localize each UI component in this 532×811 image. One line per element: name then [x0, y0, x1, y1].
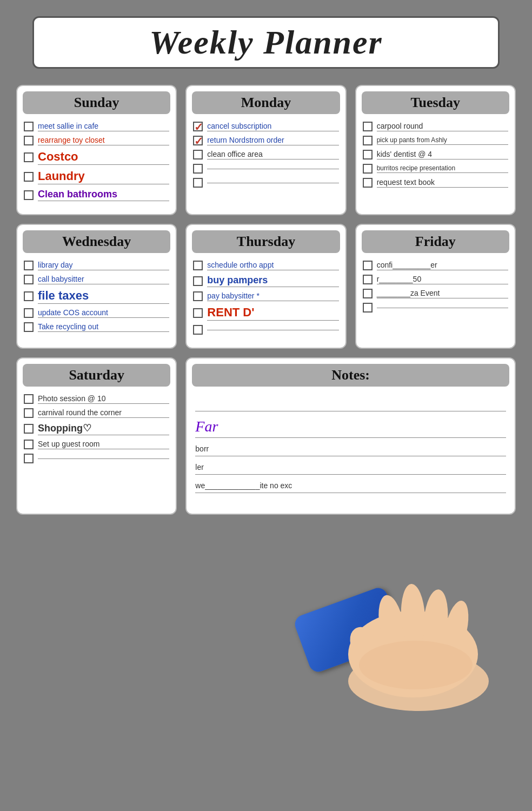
task-text: file taxes [38, 289, 169, 304]
task-checkbox[interactable] [24, 440, 34, 449]
task-checkbox[interactable] [24, 275, 34, 284]
day-header: Saturday [23, 364, 170, 387]
task-checkbox[interactable] [24, 454, 34, 463]
task-checkbox[interactable] [193, 291, 203, 301]
day-header: Wednesday [23, 230, 170, 253]
task-item: buy pampers [193, 275, 338, 287]
task-list: cancel subscriptionreturn Nordstrom orde… [187, 122, 345, 188]
task-item: carnival round the corner [24, 408, 169, 418]
task-item: rearrange toy closet [24, 136, 169, 145]
task-item: meet sallie in cafe [24, 122, 169, 131]
task-checkbox[interactable] [24, 190, 34, 200]
task-item: burritos recipe presentation [363, 164, 508, 174]
notes-line: borr [195, 444, 506, 456]
day-card-sunday: Sundaymeet sallie in caferearrange toy c… [16, 85, 177, 215]
task-text: Costco [38, 150, 169, 165]
task-text: RENT D' [207, 305, 338, 321]
task-checkbox[interactable] [24, 424, 34, 434]
task-text [377, 307, 508, 308]
task-text: rearrange toy closet [38, 136, 169, 145]
task-checkbox[interactable] [24, 136, 34, 145]
task-item [24, 454, 169, 463]
notes-title: Notes: [331, 367, 370, 383]
day-header: Monday [192, 91, 340, 114]
task-text: meet sallie in cafe [38, 122, 169, 131]
task-checkbox[interactable] [24, 291, 34, 301]
task-checkbox[interactable] [24, 322, 34, 332]
task-checkbox[interactable] [193, 261, 203, 270]
task-list: carpool roundpick up pants from Ashlykid… [356, 122, 515, 188]
task-text: cancel subscription [207, 122, 338, 131]
task-item: cancel subscription [193, 122, 338, 131]
task-checkbox[interactable] [363, 261, 373, 270]
task-checkbox[interactable] [363, 178, 373, 188]
task-text: schedule ortho appt [207, 261, 338, 270]
task-item: request text book [363, 178, 508, 188]
task-checkbox[interactable] [193, 276, 203, 286]
task-checkbox[interactable] [193, 150, 203, 159]
task-text: Take recycling out [38, 322, 169, 332]
task-checkbox[interactable] [363, 289, 373, 298]
task-list: meet sallie in caferearrange toy closetC… [17, 122, 176, 201]
task-text: Photo session @ 10 [38, 394, 169, 404]
task-text: ________za Event [377, 289, 508, 298]
task-text [207, 329, 338, 330]
task-item: Laundry [24, 169, 169, 184]
svg-point-3 [400, 583, 427, 649]
task-checkbox[interactable] [363, 303, 373, 313]
task-checkbox[interactable] [193, 136, 203, 145]
task-item: pick up pants from Ashly [363, 136, 508, 145]
day-header: Thursday [192, 230, 340, 253]
task-checkbox[interactable] [24, 394, 34, 404]
task-checkbox[interactable] [363, 136, 373, 145]
task-checkbox[interactable] [193, 122, 203, 131]
task-checkbox[interactable] [193, 325, 203, 335]
task-checkbox[interactable] [193, 178, 203, 188]
notes-header: Notes: [192, 364, 509, 387]
task-text: confi_________er [377, 261, 508, 270]
hand-svg [321, 541, 505, 714]
task-text: kids' dentist @ 4 [377, 150, 508, 159]
eraser-shape [292, 586, 404, 675]
task-checkbox[interactable] [24, 172, 34, 182]
task-item: Set up guest room [24, 440, 169, 449]
task-checkbox[interactable] [193, 164, 203, 174]
task-text: Set up guest room [38, 440, 169, 449]
svg-point-4 [421, 588, 450, 653]
task-item [193, 325, 338, 335]
task-checkbox[interactable] [24, 152, 34, 162]
day-card-friday: Fridayconfi_________err________50_______… [355, 224, 516, 349]
day-header: Friday [362, 230, 509, 253]
task-text: r________50 [377, 275, 508, 284]
task-text: call babysitter [38, 275, 169, 284]
task-text: clean office area [207, 150, 338, 159]
task-item: return Nordstrom order [193, 136, 338, 145]
weekly-grid: Sundaymeet sallie in caferearrange toy c… [0, 79, 532, 520]
task-item: call babysitter [24, 275, 169, 284]
task-checkbox[interactable] [24, 261, 34, 270]
day-name: Sunday [74, 95, 119, 110]
task-checkbox[interactable] [363, 150, 373, 159]
task-checkbox[interactable] [24, 308, 34, 318]
day-name: Thursday [237, 234, 295, 249]
task-checkbox[interactable] [363, 122, 373, 131]
task-checkbox[interactable] [24, 122, 34, 131]
task-item: Costco [24, 150, 169, 165]
task-item: confi_________er [363, 261, 508, 270]
day-name: Wednesday [62, 234, 131, 249]
notes-line: ler [195, 463, 506, 475]
task-list: confi_________err________50________za Ev… [356, 261, 515, 313]
svg-point-1 [348, 611, 478, 697]
task-checkbox[interactable] [24, 408, 34, 418]
day-name: Friday [415, 234, 456, 249]
day-header: Sunday [23, 91, 170, 114]
task-item [363, 303, 508, 313]
page-title: Weekly Planner [149, 24, 383, 61]
task-checkbox[interactable] [193, 308, 203, 318]
task-item: Photo session @ 10 [24, 394, 169, 404]
task-checkbox[interactable] [363, 164, 373, 174]
task-checkbox[interactable] [363, 275, 373, 284]
task-text [207, 182, 338, 183]
day-name: Tuesday [411, 95, 461, 110]
task-text: return Nordstrom order [207, 136, 338, 145]
